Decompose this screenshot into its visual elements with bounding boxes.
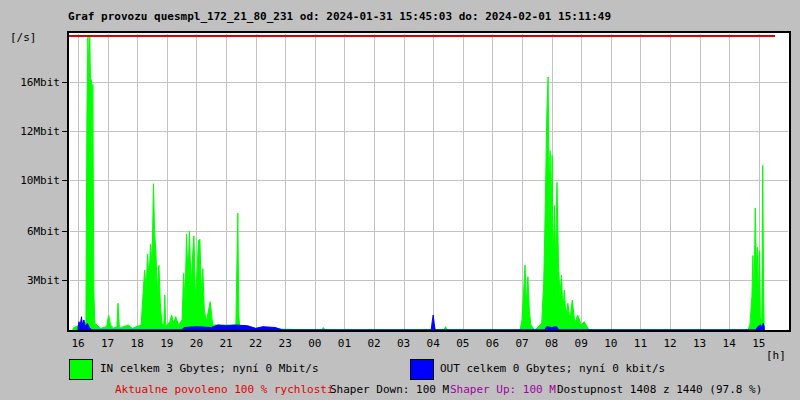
x-tick-label: 11 <box>634 337 647 350</box>
x-tick-label: 08 <box>545 337 558 350</box>
x-tick-label: 17 <box>101 337 114 350</box>
status-availability: Dostupnost 1408 z 1440 (97.8 %) <box>557 383 762 396</box>
legend-in-label: IN celkem 3 Gbytes; nyní 0 Mbit/s <box>100 362 319 375</box>
x-tick-label: 09 <box>575 337 588 350</box>
x-tick-label: 15 <box>752 337 765 350</box>
x-tick-label: 02 <box>367 337 380 350</box>
x-tick-label: 13 <box>693 337 706 350</box>
y-tick-label: 16Mbit <box>20 76 60 89</box>
x-tick-label: 21 <box>219 337 232 350</box>
x-tick-label: 22 <box>249 337 262 350</box>
x-tick-label: 12 <box>663 337 676 350</box>
legend-out-label: OUT celkem 0 Gbytes; nyní 0 kbit/s <box>440 362 665 375</box>
x-tick-label: 01 <box>338 337 351 350</box>
plot-area <box>69 33 789 330</box>
status-shaper-down: Shaper Down: 100 M <box>330 383 449 396</box>
x-tick-label: 06 <box>486 337 499 350</box>
x-tick-label: 00 <box>308 337 321 350</box>
status-allowed-speed: Aktualne povoleno 100 % rychlosti <box>115 383 334 396</box>
y-tick-label: 3Mbit <box>27 274 60 287</box>
x-tick-label: 16 <box>71 337 84 350</box>
y-tick-label: 6Mbit <box>27 225 60 238</box>
x-tick-label: 07 <box>515 337 528 350</box>
x-tick-label: 19 <box>160 337 173 350</box>
x-tick-label: 04 <box>427 337 441 350</box>
x-tick-label: 20 <box>190 337 203 350</box>
x-tick-label: 05 <box>456 337 469 350</box>
status-shaper-up: Shaper Up: 100 M <box>450 383 556 396</box>
legend-in-swatch <box>69 359 93 380</box>
traffic-chart: 16Mbit12Mbit10Mbit6Mbit3Mbit161718192021… <box>0 0 800 400</box>
x-axis-unit-label: [h] <box>766 349 786 362</box>
x-tick-label: 10 <box>604 337 617 350</box>
traffic-graph-panel: Graf provozu quesmpl_172_21_80_231 od: 2… <box>0 0 800 400</box>
x-tick-label: 14 <box>723 337 737 350</box>
x-tick-label: 18 <box>131 337 144 350</box>
x-tick-label: 23 <box>279 337 292 350</box>
x-tick-label: 03 <box>397 337 410 350</box>
y-tick-label: 10Mbit <box>20 174 60 187</box>
y-tick-label: 12Mbit <box>20 125 60 138</box>
legend-out-swatch <box>410 359 434 380</box>
